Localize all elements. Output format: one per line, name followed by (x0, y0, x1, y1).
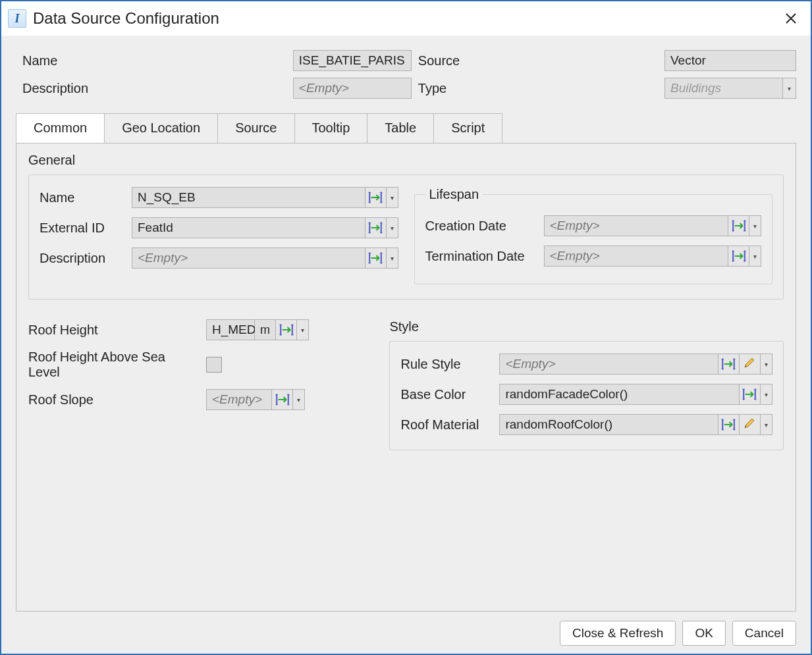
termination-date-value: <Empty> (544, 246, 729, 267)
chevron-down-icon[interactable]: ▾ (387, 217, 398, 238)
header-form: Name ISE_BATIE_PARIS Source Vector Descr… (22, 50, 796, 99)
type-select[interactable]: Buildings ▾ (664, 78, 796, 99)
style-fieldset: Rule Style <Empty> ▾ Base Color r (389, 341, 784, 450)
general-description-value: <Empty> (132, 248, 365, 269)
expression-icon[interactable] (272, 389, 293, 410)
roof-material-field[interactable]: randomRoofColor() ▾ (499, 414, 772, 435)
tab-source[interactable]: Source (217, 113, 294, 143)
general-name-value: N_SQ_EB (132, 187, 365, 208)
external-id-field[interactable]: FeatId ▾ (132, 217, 398, 238)
name-field[interactable]: ISE_BATIE_PARIS (293, 50, 412, 71)
roof-section: Roof Height H_MED m ▾ Roof Height Above … (28, 319, 371, 410)
termination-date-field[interactable]: <Empty> ▾ (544, 246, 762, 267)
dialog-title: Data Source Configuration (33, 9, 779, 28)
roof-material-value: randomRoofColor() (499, 414, 718, 435)
roof-above-sea-label: Roof Height Above Sea Level (28, 350, 200, 380)
general-description-field[interactable]: <Empty> ▾ (132, 248, 398, 269)
expression-icon[interactable] (728, 246, 749, 267)
creation-date-field[interactable]: <Empty> ▾ (544, 215, 762, 236)
external-id-label: External ID (40, 221, 125, 236)
cancel-button[interactable]: Cancel (732, 621, 796, 646)
lifespan-fieldset: Lifespan Creation Date <Empty> ▾ T (414, 187, 773, 284)
name-label: Name (22, 53, 286, 68)
expression-icon[interactable] (276, 319, 297, 340)
roof-height-value: H_MED (206, 319, 255, 340)
source-label: Source (418, 53, 658, 68)
roof-slope-value: <Empty> (206, 389, 272, 410)
rule-style-label: Rule Style (400, 357, 493, 372)
base-color-label: Base Color (400, 387, 493, 402)
ok-button[interactable]: OK (682, 621, 725, 646)
rule-style-value: <Empty> (499, 354, 718, 375)
lifespan-legend: Lifespan (425, 187, 483, 202)
base-color-field[interactable]: randomFacadeColor() ▾ (499, 384, 772, 405)
chevron-down-icon[interactable]: ▾ (749, 246, 761, 267)
close-icon[interactable] (779, 7, 803, 30)
creation-date-label: Creation Date (425, 219, 537, 234)
expression-icon[interactable] (728, 215, 749, 236)
chevron-down-icon[interactable]: ▾ (293, 389, 305, 410)
chevron-down-icon[interactable]: ▾ (749, 215, 761, 236)
dialog-window: I Data Source Configuration Name ISE_BAT… (0, 0, 812, 655)
type-value: Buildings (664, 78, 783, 99)
expression-icon[interactable] (740, 384, 761, 405)
chevron-down-icon[interactable]: ▾ (761, 354, 772, 375)
dialog-button-row: Close & Refresh OK Cancel (16, 621, 796, 646)
pencil-icon[interactable] (740, 354, 761, 375)
creation-date-value: <Empty> (544, 215, 729, 236)
chevron-down-icon[interactable]: ▾ (761, 414, 772, 435)
general-label: General (28, 153, 784, 168)
roof-height-label: Roof Height (28, 323, 200, 338)
dialog-content: Name ISE_BATIE_PARIS Source Vector Descr… (1, 36, 811, 654)
termination-date-label: Termination Date (425, 249, 537, 264)
general-left-column: Name N_SQ_EB ▾ External ID Fea (40, 187, 398, 269)
tab-table[interactable]: Table (367, 113, 434, 143)
external-id-value: FeatId (132, 217, 365, 238)
expression-icon[interactable] (365, 248, 387, 269)
roof-slope-field[interactable]: <Empty> ▾ (206, 389, 371, 410)
source-field[interactable]: Vector (664, 50, 796, 71)
expression-icon[interactable] (718, 414, 740, 435)
tab-script[interactable]: Script (433, 113, 502, 143)
titlebar: I Data Source Configuration (1, 1, 811, 36)
chevron-down-icon[interactable]: ▾ (387, 248, 398, 269)
app-icon: I (8, 9, 26, 28)
tab-geo-location[interactable]: Geo Location (104, 113, 218, 143)
description-field[interactable]: <Empty> (293, 78, 412, 99)
expression-icon[interactable] (365, 217, 387, 238)
general-description-label: Description (40, 251, 125, 266)
style-label: Style (389, 319, 784, 334)
tab-panel-common: General Name N_SQ_EB ▾ (16, 143, 796, 612)
style-section-wrapper: Style Rule Style <Empty> ▾ (389, 319, 784, 450)
rule-style-field[interactable]: <Empty> ▾ (499, 354, 772, 375)
close-refresh-button[interactable]: Close & Refresh (560, 621, 676, 646)
chevron-down-icon[interactable]: ▾ (783, 78, 796, 99)
general-name-label: Name (40, 190, 125, 205)
description-label: Description (22, 81, 286, 96)
roof-height-unit: m (255, 319, 276, 340)
chevron-down-icon[interactable]: ▾ (761, 384, 772, 405)
expression-icon[interactable] (365, 187, 387, 208)
chevron-down-icon[interactable]: ▾ (297, 319, 309, 340)
roof-height-field[interactable]: H_MED m ▾ (206, 319, 371, 340)
pencil-icon[interactable] (740, 414, 761, 435)
general-name-field[interactable]: N_SQ_EB ▾ (132, 187, 398, 208)
roof-above-sea-checkbox[interactable] (206, 357, 222, 373)
roof-material-label: Roof Material (400, 417, 493, 432)
roof-slope-label: Roof Slope (28, 392, 200, 407)
chevron-down-icon[interactable]: ▾ (387, 187, 398, 208)
tab-common[interactable]: Common (16, 113, 105, 143)
base-color-value: randomFacadeColor() (499, 384, 740, 405)
expression-icon[interactable] (718, 354, 740, 375)
tabstrip: Common Geo Location Source Tooltip Table… (16, 113, 796, 144)
tab-tooltip[interactable]: Tooltip (294, 113, 368, 143)
general-fieldset: Name N_SQ_EB ▾ External ID Fea (28, 174, 784, 300)
type-label: Type (418, 81, 658, 96)
